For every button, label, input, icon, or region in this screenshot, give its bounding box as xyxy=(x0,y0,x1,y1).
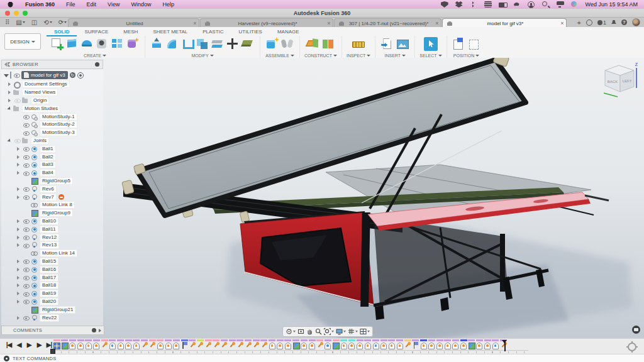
capture-image-icon[interactable] xyxy=(632,326,640,334)
timeline-feature-pin-13[interactable] xyxy=(148,339,157,349)
timeline-go-to-end-button[interactable]: ▶| xyxy=(45,341,53,349)
browser-row-ball11[interactable]: Ball11 xyxy=(1,225,103,233)
browser-item-label[interactable]: Ball17 xyxy=(40,274,58,282)
timeline-feature-ball-51[interactable] xyxy=(452,339,460,349)
menu-item-view[interactable]: View xyxy=(102,1,125,8)
move-tool-icon[interactable] xyxy=(226,37,240,51)
browser-row-rev7[interactable]: Rev7 xyxy=(1,193,103,201)
timeline-settings-gear-icon[interactable] xyxy=(628,343,636,351)
tab-close-icon[interactable]: × xyxy=(558,20,566,26)
comments-expand-icon[interactable] xyxy=(99,329,101,332)
browser-item-label[interactable]: Ball15 xyxy=(40,258,58,265)
workspace-selector[interactable]: DESIGN xyxy=(4,33,41,50)
browser-item-label[interactable]: Rev7 xyxy=(40,194,57,201)
timeline-feature-ball-10[interactable] xyxy=(125,339,133,349)
browser-row-ball2[interactable]: Ball2 xyxy=(1,153,103,161)
ribbon-group-label[interactable]: MODIFY xyxy=(191,53,213,58)
timeline-feature-rev-35[interactable] xyxy=(324,339,332,349)
document-tab-1[interactable]: Untitled× xyxy=(68,18,199,28)
panel-options-icon[interactable] xyxy=(95,62,99,67)
timeline-feature-pin-12[interactable] xyxy=(141,339,149,349)
timeline-step-back-button[interactable]: ◀ xyxy=(15,341,23,349)
timeline-feature-ball-54[interactable] xyxy=(475,339,484,349)
image-tool-icon[interactable] xyxy=(396,37,409,51)
browser-row-rigidgroup5[interactable]: RigidGroup5 xyxy=(1,177,103,185)
cloud-sync-icon[interactable]: ↻ xyxy=(70,72,75,78)
timeline-feature-flag-17[interactable] xyxy=(180,339,189,349)
browser-item-label[interactable]: MotionStudy-3 xyxy=(40,129,77,136)
plane2-tool-icon[interactable] xyxy=(321,37,335,51)
fillet-tool-icon[interactable] xyxy=(165,37,179,51)
browser-row-ball16[interactable]: Ball16 xyxy=(1,265,103,273)
browser-item-label[interactable]: Ball19 xyxy=(40,290,58,297)
browser-row-rigidgroup9[interactable]: RigidGroup9 xyxy=(1,209,103,217)
job-status-icon[interactable]: 1 xyxy=(597,19,606,26)
browser-item-label[interactable]: Motion Studies xyxy=(22,105,60,112)
zoom-icon[interactable] xyxy=(315,328,322,335)
tab-close-icon[interactable]: × xyxy=(433,20,441,26)
timeline-go-to-start-button[interactable]: |◀ xyxy=(5,341,13,349)
timeline-feature-pin-22[interactable] xyxy=(220,339,228,349)
hole-tool-icon[interactable] xyxy=(96,37,109,51)
browser-item-label[interactable]: MotionStudy-2 xyxy=(40,121,77,128)
expand-icon[interactable] xyxy=(16,244,22,246)
timeline-feature-ball-50[interactable] xyxy=(444,339,452,349)
plane-tool-icon[interactable] xyxy=(306,37,320,51)
app-grid-icon[interactable]: ⠿ xyxy=(3,18,12,27)
browser-item-label[interactable]: Ball20 xyxy=(40,298,58,305)
timeline-feature-ball-15[interactable] xyxy=(165,339,173,349)
browser-row-ball15[interactable]: Ball15 xyxy=(1,258,103,266)
timeline-feature-ball-44[interactable] xyxy=(396,339,404,349)
browser-item-label[interactable]: Motion Link 8 xyxy=(40,201,75,209)
expand-icon[interactable] xyxy=(16,284,22,287)
browser-item-label[interactable]: Ball3 xyxy=(40,161,56,168)
browser-row-ball18[interactable]: Ball18 xyxy=(1,282,103,290)
menu-item-edit[interactable]: Edit xyxy=(81,1,103,8)
viewport-canvas[interactable]: BACK LEFT Z BROWSER model for gif v3 xyxy=(0,58,644,338)
revolve-tool-icon[interactable] xyxy=(80,37,94,51)
browser-item-label[interactable]: RigidGroup9 xyxy=(40,209,73,217)
visibility-eye-icon[interactable] xyxy=(23,258,30,264)
offset-tool-icon[interactable] xyxy=(211,37,225,51)
menu-item-help[interactable]: Help xyxy=(157,1,180,8)
joint-warning-icon[interactable] xyxy=(58,194,64,200)
browser-row-ball1[interactable]: Ball1 xyxy=(1,145,103,153)
timeline-feature-ball-6[interactable] xyxy=(92,339,101,349)
expand-icon[interactable] xyxy=(16,148,22,150)
presspull-tool-icon[interactable] xyxy=(150,37,164,51)
browser-item-label[interactable]: Rev12 xyxy=(40,234,59,241)
keyboard-icon[interactable] xyxy=(484,1,492,8)
timeline-feature-rigid-2[interactable] xyxy=(61,339,69,349)
browser-row-motionstudy-3[interactable]: MotionStudy-3 xyxy=(1,129,103,137)
shell-tool-icon[interactable] xyxy=(180,37,194,51)
timeline-feature-ball-16[interactable] xyxy=(172,339,180,349)
timeline-feature-ball-48[interactable] xyxy=(428,339,436,349)
expand-icon[interactable] xyxy=(16,268,22,271)
expand-icon[interactable] xyxy=(8,99,13,102)
timeline-feature-pin-20[interactable] xyxy=(204,339,213,349)
timeline-feature-pin-45[interactable] xyxy=(404,339,412,349)
viewports-icon[interactable] xyxy=(360,328,370,335)
expand-icon[interactable] xyxy=(8,107,13,110)
select-tool-icon[interactable] xyxy=(424,37,438,51)
capture-tool-icon[interactable] xyxy=(452,37,466,51)
timeline-feature-ms-1[interactable] xyxy=(53,339,61,349)
root-visibility-eye-icon[interactable] xyxy=(14,72,20,78)
timeline-feature-ball-32[interactable] xyxy=(300,339,308,349)
timeline-feature-ball-11[interactable] xyxy=(133,339,141,349)
browser-item-label[interactable]: Rev6 xyxy=(40,185,57,193)
browser-row-joints[interactable]: Joints xyxy=(1,137,103,145)
browser-row-ball4[interactable]: Ball4 xyxy=(1,169,103,177)
visibility-eye-icon[interactable] xyxy=(23,266,30,272)
sketch-tool-icon[interactable] xyxy=(50,37,64,51)
timeline-feature-ball-38[interactable] xyxy=(348,339,356,349)
siri-icon[interactable] xyxy=(571,1,579,8)
browser-row-ball3[interactable]: Ball3 xyxy=(1,161,103,169)
help-icon[interactable]: ? xyxy=(621,19,627,25)
file-menu-icon[interactable]: ▤ xyxy=(13,18,27,27)
browser-row-motion-link-8[interactable]: Motion Link 8 xyxy=(1,201,103,209)
paint-tool-icon[interactable] xyxy=(241,37,255,51)
browser-row-motion-studies[interactable]: Motion Studies xyxy=(1,104,103,112)
expand-icon[interactable] xyxy=(8,83,13,85)
redo-icon[interactable]: ⟳ xyxy=(56,18,69,27)
